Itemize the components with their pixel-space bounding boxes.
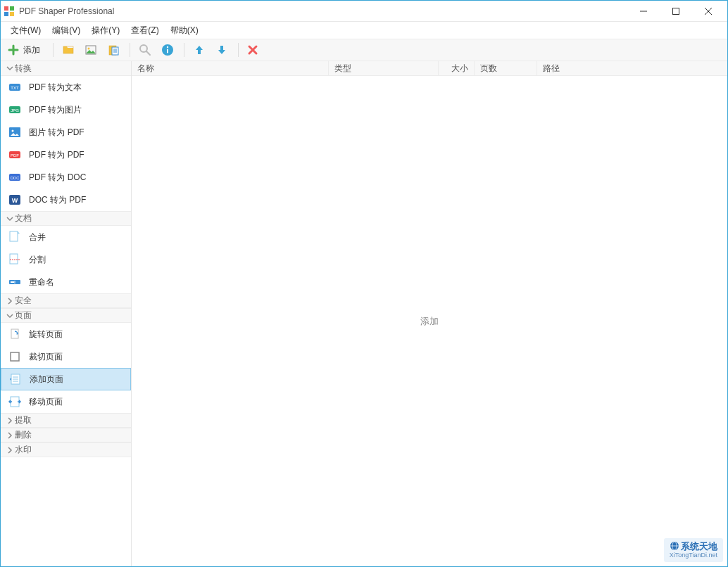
sidebar-item-label: 裁切页面 [29, 351, 63, 363]
menu-file[interactable]: 文件(W) [5, 23, 46, 39]
site-watermark: 系统天地 XiTongTianDi.net [664, 538, 723, 562]
section-document-header[interactable]: 文档 [1, 211, 131, 226]
info-button[interactable] [157, 40, 178, 60]
list-body[interactable]: 添加 [132, 76, 727, 566]
maximize-button[interactable] [660, 1, 692, 22]
svg-rect-1 [10, 6, 14, 11]
section-label: 水印 [15, 444, 32, 456]
sidebar: 转换 TXT PDF 转为文本 JPG PDF 转为图片 图片 转为 PDF P… [1, 61, 132, 566]
pdf-icon: PDF [8, 148, 22, 162]
move-up-button[interactable] [189, 40, 210, 60]
globe-icon [670, 541, 679, 551]
menu-help[interactable]: 帮助(X) [165, 23, 204, 39]
column-pages[interactable]: 页数 [475, 61, 537, 75]
chevron-right-icon [5, 447, 15, 454]
sidebar-item-label: 分割 [29, 254, 46, 266]
add-button[interactable]: 添加 [4, 40, 47, 60]
svg-point-21 [167, 46, 168, 48]
app-icon [4, 6, 15, 17]
sidebar-item-label: PDF 转为文本 [29, 82, 82, 94]
search-button[interactable] [134, 40, 156, 60]
menu-edit[interactable]: 编辑(V) [46, 23, 86, 39]
section-label: 文档 [15, 212, 32, 224]
delete-icon [247, 44, 258, 56]
sidebar-item-image-to-pdf[interactable]: 图片 转为 PDF [1, 121, 131, 144]
section-delete-header[interactable]: 删除 [1, 428, 131, 442]
chevron-down-icon [5, 65, 15, 72]
column-size[interactable]: 大小 [439, 61, 475, 75]
svg-rect-38 [10, 254, 18, 264]
column-name[interactable]: 名称 [132, 61, 329, 75]
toolbar-separator [53, 43, 54, 57]
sidebar-item-label: PDF 转为 PDF [29, 149, 84, 161]
word-icon: W [8, 193, 22, 207]
section-label: 页面 [15, 310, 32, 321]
sidebar-item-pdf-to-image[interactable]: JPG PDF 转为图片 [1, 98, 131, 121]
sidebar-item-merge[interactable]: 合并 [1, 226, 131, 248]
move-page-icon [8, 395, 22, 409]
doc-icon: DOC [8, 170, 22, 184]
split-icon [8, 253, 22, 267]
section-watermark-header[interactable]: 水印 [1, 442, 131, 457]
sidebar-item-pdf-to-pdf[interactable]: PDF PDF 转为 PDF [1, 144, 131, 166]
plus-icon [8, 44, 19, 56]
svg-rect-2 [4, 12, 8, 16]
sidebar-item-move-page[interactable]: 移动页面 [1, 390, 131, 413]
column-path[interactable]: 路径 [537, 61, 727, 75]
add-label: 添加 [23, 44, 40, 56]
search-icon [139, 44, 151, 56]
crop-icon [8, 350, 22, 364]
sidebar-item-label: 移动页面 [29, 396, 63, 408]
rotate-icon [8, 327, 22, 341]
svg-text:PDF: PDF [11, 153, 19, 158]
sidebar-item-rename[interactable]: 重命名 [1, 271, 131, 293]
sidebar-item-label: 图片 转为 PDF [29, 127, 84, 139]
file-list-panel: 名称 类型 大小 页数 路径 添加 [132, 61, 727, 566]
section-convert-header[interactable]: 转换 [1, 61, 131, 76]
svg-text:JPG: JPG [11, 108, 19, 113]
section-extract-header[interactable]: 提取 [1, 413, 131, 428]
clipboard-icon [107, 44, 120, 56]
minimize-button[interactable] [627, 1, 660, 22]
folder-button[interactable] [58, 40, 79, 60]
sidebar-item-label: 重命名 [29, 276, 54, 288]
sidebar-item-label: 添加页面 [30, 374, 63, 386]
sidebar-item-rotate-page[interactable]: 旋转页面 [1, 323, 131, 345]
toolbar-separator [130, 43, 130, 57]
image-icon [84, 44, 97, 56]
section-label: 删除 [15, 429, 32, 441]
sidebar-item-pdf-to-text[interactable]: TXT PDF 转为文本 [1, 76, 131, 98]
sidebar-item-label: 旋转页面 [29, 329, 63, 340]
section-security-header[interactable]: 安全 [1, 293, 131, 308]
svg-text:TXT: TXT [11, 86, 19, 90]
sidebar-item-doc-to-pdf[interactable]: W DOC 转为 PDF [1, 189, 131, 211]
column-type[interactable]: 类型 [329, 61, 439, 75]
section-pages-header[interactable]: 页面 [1, 308, 131, 323]
svg-rect-37 [10, 231, 18, 241]
image-button[interactable] [80, 40, 101, 60]
sidebar-item-label: PDF 转为 DOC [29, 172, 86, 184]
move-down-button[interactable] [211, 40, 232, 60]
section-label: 转换 [15, 63, 32, 75]
titlebar: PDF Shaper Professional [1, 1, 727, 22]
sidebar-item-crop-page[interactable]: 裁切页面 [1, 345, 131, 368]
menu-view[interactable]: 查看(Z) [125, 23, 164, 39]
merge-icon [8, 230, 22, 244]
image-file-icon [8, 125, 22, 139]
jpg-icon: JPG [8, 103, 22, 117]
paste-button[interactable] [103, 40, 124, 60]
sidebar-item-pdf-to-doc[interactable]: DOC PDF 转为 DOC [1, 166, 131, 189]
svg-text:W: W [12, 197, 18, 204]
svg-text:DOC: DOC [11, 176, 19, 180]
delete-button[interactable] [243, 40, 263, 60]
sidebar-item-split[interactable]: 分割 [1, 248, 131, 271]
txt-icon: TXT [8, 80, 22, 94]
menubar: 文件(W) 编辑(V) 操作(Y) 查看(Z) 帮助(X) [1, 22, 727, 39]
menu-action[interactable]: 操作(Y) [86, 23, 125, 39]
chevron-down-icon [5, 312, 15, 319]
close-button[interactable] [692, 1, 724, 22]
toolbar-separator [238, 43, 239, 57]
arrow-up-icon [193, 44, 206, 56]
chevron-right-icon [5, 432, 15, 439]
sidebar-item-add-page[interactable]: 添加页面 [1, 368, 131, 390]
